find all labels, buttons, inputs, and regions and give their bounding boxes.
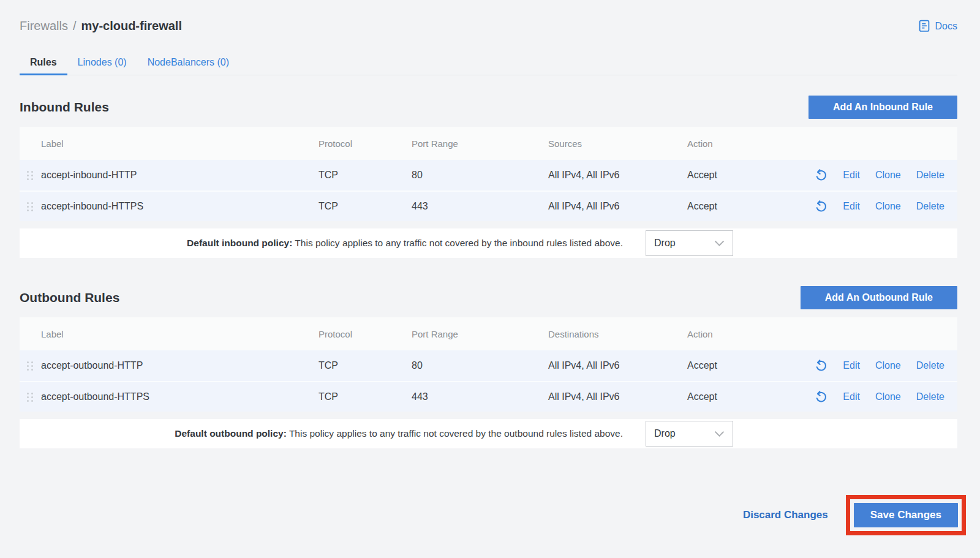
default-inbound-policy-row: Default inbound policy: This policy appl… (20, 228, 957, 258)
breadcrumb: Firewalls / my-cloud-firewall (20, 19, 182, 33)
inbound-policy-select[interactable]: Drop (646, 230, 733, 256)
outbound-table-header-row: Label Protocol Port Range Destinations A… (20, 317, 957, 350)
inbound-section-header: Inbound Rules Add An Inbound Rule (20, 96, 957, 119)
outbound-rules-heading: Outbound Rules (20, 290, 119, 305)
discard-changes-button[interactable]: Discard Changes (743, 509, 828, 521)
tab-bar: Rules Linodes (0) NodeBalancers (0) (20, 50, 957, 75)
undo-icon[interactable] (814, 168, 827, 182)
rule-sources: All IPv4, All IPv6 (548, 201, 687, 212)
table-row-outbound-http: accept-outbound-HTTP TCP 80 All IPv4, Al… (20, 350, 957, 381)
delete-link[interactable]: Delete (916, 170, 944, 181)
save-changes-button[interactable]: Save Changes (854, 503, 958, 527)
rule-protocol: TCP (318, 391, 412, 402)
column-header-port: Port Range (412, 329, 548, 339)
rule-sources: All IPv4, All IPv6 (548, 170, 687, 181)
outbound-rules-table: Label Protocol Port Range Destinations A… (20, 317, 957, 412)
column-header-protocol: Protocol (318, 138, 412, 149)
rule-action: Accept (687, 170, 779, 181)
clone-link[interactable]: Clone (875, 391, 901, 402)
selected-value: Drop (654, 238, 676, 249)
page-header: Firewalls / my-cloud-firewall Docs (20, 0, 957, 33)
policy-label: Default inbound policy: (187, 238, 292, 248)
selected-value: Drop (654, 428, 676, 439)
policy-label: Default outbound policy: (175, 428, 287, 439)
rule-protocol: TCP (318, 201, 412, 212)
edit-link[interactable]: Edit (843, 201, 860, 212)
edit-link[interactable]: Edit (843, 391, 860, 402)
tab-label: NodeBalancers (0) (148, 57, 229, 68)
column-header-sources: Sources (548, 138, 687, 149)
rule-protocol: TCP (318, 360, 412, 371)
inbound-rules-table: Label Protocol Port Range Sources Action… (20, 127, 957, 221)
policy-description: This policy applies to any traffic not c… (289, 428, 623, 439)
clone-link[interactable]: Clone (875, 360, 901, 371)
rule-action: Accept (687, 201, 779, 212)
breadcrumb-firewalls-link[interactable]: Firewalls (20, 19, 68, 33)
column-header-label: Label (41, 329, 318, 339)
drag-handle-icon[interactable] (27, 171, 33, 180)
table-row-inbound-https: accept-inbound-HTTPS TCP 443 All IPv4, A… (20, 190, 957, 221)
delete-link[interactable]: Delete (916, 201, 944, 212)
chevron-down-icon (714, 431, 725, 437)
table-row-outbound-https: accept-outbound-HTTPS TCP 443 All IPv4, … (20, 381, 957, 412)
page-title: my-cloud-firewall (81, 19, 181, 33)
delete-link[interactable]: Delete (916, 360, 944, 371)
default-outbound-policy-row: Default outbound policy: This policy app… (20, 419, 957, 448)
clone-link[interactable]: Clone (875, 170, 901, 181)
rule-port: 80 (412, 360, 548, 371)
chevron-down-icon (714, 240, 725, 247)
edit-link[interactable]: Edit (843, 360, 860, 371)
default-outbound-policy-text: Default outbound policy: This policy app… (175, 428, 623, 439)
rule-destinations: All IPv4, All IPv6 (548, 360, 687, 371)
column-header-port: Port Range (412, 138, 548, 149)
delete-link[interactable]: Delete (916, 391, 944, 402)
column-header-label: Label (41, 138, 318, 149)
undo-icon[interactable] (814, 359, 827, 372)
drag-handle-icon[interactable] (27, 202, 33, 211)
rule-port: 443 (412, 391, 548, 402)
inbound-table-header-row: Label Protocol Port Range Sources Action (20, 127, 957, 160)
docs-label: Docs (935, 21, 957, 32)
rule-label: accept-outbound-HTTP (41, 360, 318, 371)
rule-protocol: TCP (318, 170, 412, 181)
breadcrumb-separator: / (73, 19, 77, 33)
rule-action: Accept (687, 391, 779, 402)
firewall-detail-page: Firewalls / my-cloud-firewall Docs Rules… (20, 0, 957, 535)
outbound-section-header: Outbound Rules Add An Outbound Rule (20, 286, 957, 309)
rule-label: accept-inbound-HTTPS (41, 201, 318, 212)
rule-label: accept-outbound-HTTPS (41, 391, 318, 402)
column-header-action: Action (687, 329, 779, 339)
outbound-policy-select[interactable]: Drop (646, 421, 733, 447)
table-row-inbound-http: accept-inbound-HTTP TCP 80 All IPv4, All… (20, 160, 957, 190)
undo-icon[interactable] (814, 200, 827, 213)
rule-destinations: All IPv4, All IPv6 (548, 391, 687, 402)
policy-description: This policy applies to any traffic not c… (295, 238, 623, 248)
undo-icon[interactable] (814, 390, 827, 404)
drag-handle-icon[interactable] (27, 361, 33, 371)
default-inbound-policy-text: Default inbound policy: This policy appl… (187, 238, 623, 249)
column-header-destinations: Destinations (548, 329, 687, 339)
edit-link[interactable]: Edit (843, 170, 860, 181)
rule-label: accept-inbound-HTTP (41, 170, 318, 181)
form-actions: Discard Changes Save Changes (20, 495, 957, 535)
tab-linodes[interactable]: Linodes (0) (67, 50, 137, 75)
drag-handle-icon[interactable] (27, 393, 33, 402)
inbound-rules-heading: Inbound Rules (20, 100, 109, 115)
rule-port: 80 (412, 170, 548, 181)
rule-action: Accept (687, 360, 779, 371)
add-outbound-rule-button[interactable]: Add An Outbound Rule (801, 286, 957, 309)
add-inbound-rule-button[interactable]: Add An Inbound Rule (809, 96, 957, 119)
docs-link[interactable]: Docs (918, 20, 957, 32)
tab-rules[interactable]: Rules (20, 50, 67, 75)
rule-port: 443 (412, 201, 548, 212)
annotation-highlight-box: Save Changes (846, 495, 966, 535)
column-header-protocol: Protocol (318, 329, 412, 339)
tab-label: Rules (30, 57, 57, 68)
column-header-action: Action (687, 138, 779, 149)
tab-nodebalancers[interactable]: NodeBalancers (0) (137, 50, 239, 75)
tab-label: Linodes (0) (78, 57, 127, 68)
docs-icon (918, 20, 930, 32)
clone-link[interactable]: Clone (875, 201, 901, 212)
